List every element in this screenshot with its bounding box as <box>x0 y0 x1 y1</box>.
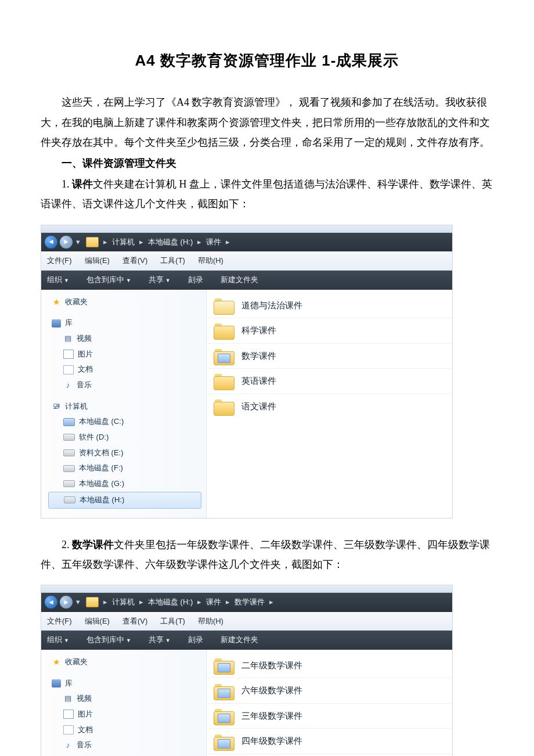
star-icon: ★ <box>52 658 61 666</box>
folder-item[interactable]: 语文课件 <box>207 394 452 419</box>
nav-videos[interactable]: ▤视频 <box>48 331 206 347</box>
nav-libraries[interactable]: 库 <box>48 676 206 692</box>
folder-item[interactable]: 三年级数学课件 <box>207 704 452 729</box>
chevron-right-icon: ▸ <box>269 595 273 610</box>
chevron-right-icon: ▸ <box>139 235 143 250</box>
chevron-down-icon: ▼ <box>64 278 69 283</box>
breadcrumb: ▸ 计算机 ▸ 本地磁盘 (H:) ▸ 课件 ▸ <box>86 235 233 250</box>
nav-pictures[interactable]: 图片 <box>48 347 206 362</box>
music-icon: ♪ <box>63 741 73 750</box>
folder-icon <box>214 373 233 389</box>
chevron-down-icon: ▼ <box>64 638 69 643</box>
include-in-library-button[interactable]: 包含到库中▼ <box>86 273 131 287</box>
music-icon: ♪ <box>63 381 73 389</box>
organize-button[interactable]: 组织▼ <box>47 273 69 287</box>
menu-file[interactable]: 文件(F) <box>47 614 72 629</box>
explorer-screenshot-2: ◄ ► ▾ ▸ 计算机 ▸ 本地磁盘 (H:) ▸ 课件 ▸ 数学课件 ▸ 文件… <box>41 585 453 756</box>
documents-icon <box>63 725 74 735</box>
command-bar: 组织▼ 包含到库中▼ 共享▼ 刻录 新建文件夹 <box>41 631 452 650</box>
back-button[interactable]: ◄ <box>45 596 57 609</box>
folder-item[interactable]: 数学课件 <box>207 344 452 369</box>
folder-list: 二年级数学课件 六年级数学课件 三年级数学课件 四年级数学课件 五年级数学课件 … <box>207 650 452 756</box>
folder-item[interactable]: 科学课件 <box>207 318 452 344</box>
chevron-right-icon: ▸ <box>197 595 201 610</box>
item-1-bold: 课件 <box>72 178 93 190</box>
nav-pictures[interactable]: 图片 <box>48 707 206 722</box>
folder-icon <box>214 733 233 750</box>
chevron-down-icon: ▼ <box>165 638 171 643</box>
nav-favorites[interactable]: ★收藏夹 <box>48 294 206 310</box>
new-folder-button[interactable]: 新建文件夹 <box>221 273 258 287</box>
menu-edit[interactable]: 编辑(E) <box>85 614 110 629</box>
folder-name: 三年级数学课件 <box>241 708 302 725</box>
navigation-pane: ★收藏夹 库 ▤视频 图片 文档 ♪音乐 🖳计算机 本地磁盘 (C:) 软件 (… <box>41 650 207 756</box>
nav-drive-e[interactable]: 资料文档 (E:) <box>48 445 206 461</box>
libraries-icon <box>52 679 61 687</box>
folder-item[interactable]: 六年级数学课件 <box>207 678 452 704</box>
new-folder-button[interactable]: 新建文件夹 <box>221 633 258 647</box>
nav-drive-d[interactable]: 软件 (D:) <box>48 430 206 445</box>
crumb-folder[interactable]: 课件 <box>206 235 221 250</box>
menu-edit[interactable]: 编辑(E) <box>85 254 110 268</box>
crumb-computer[interactable]: 计算机 <box>112 595 135 610</box>
history-dropdown-icon[interactable]: ▾ <box>76 235 80 250</box>
crumb-drive[interactable]: 本地磁盘 (H:) <box>148 235 193 250</box>
item-2-bold: 数学课件 <box>72 539 114 550</box>
nav-music[interactable]: ♪音乐 <box>48 377 206 393</box>
nav-libraries[interactable]: 库 <box>48 315 206 331</box>
crumb-drive[interactable]: 本地磁盘 (H:) <box>148 595 193 610</box>
folder-name: 英语课件 <box>241 373 276 390</box>
nav-drive-g[interactable]: 本地磁盘 (G:) <box>48 476 206 492</box>
video-icon: ▤ <box>63 695 73 703</box>
nav-favorites[interactable]: ★收藏夹 <box>48 654 206 670</box>
item-2: 2. 数学课件文件夹里包括一年级数学课件、二年级数学课件、三年级数学课件、四年级… <box>41 535 493 574</box>
folder-item[interactable]: 四年级数学课件 <box>207 729 452 754</box>
history-dropdown-icon[interactable]: ▾ <box>76 595 80 610</box>
menu-tools[interactable]: 工具(T) <box>160 614 185 629</box>
folder-item[interactable]: 道德与法治课件 <box>207 293 452 319</box>
menu-view[interactable]: 查看(V) <box>122 254 147 268</box>
crumb-folder-2[interactable]: 数学课件 <box>234 595 265 610</box>
item-1: 1. 课件文件夹建在计算机 H 盘上，课件文件里包括道德与法治课件、科学课件、数… <box>41 174 493 214</box>
folder-name: 科学课件 <box>241 322 276 339</box>
folder-name: 数学课件 <box>241 348 276 365</box>
address-bar: ◄ ► ▾ ▸ 计算机 ▸ 本地磁盘 (H:) ▸ 课件 ▸ 数学课件 ▸ <box>41 593 452 612</box>
menu-help[interactable]: 帮助(H) <box>198 614 223 629</box>
explorer-body: ★收藏夹 库 ▤视频 图片 文档 ♪音乐 🖳计算机 本地磁盘 (C:) 软件 (… <box>41 650 452 756</box>
crumb-folder-1[interactable]: 课件 <box>206 595 221 610</box>
forward-button[interactable]: ► <box>60 236 73 249</box>
include-in-library-button[interactable]: 包含到库中▼ <box>86 633 131 647</box>
menu-bar: 文件(F) 编辑(E) 查看(V) 工具(T) 帮助(H) <box>41 612 452 631</box>
folder-icon <box>214 657 233 674</box>
nav-documents[interactable]: 文档 <box>48 722 206 738</box>
nav-music[interactable]: ♪音乐 <box>48 737 206 753</box>
pictures-icon <box>63 350 74 359</box>
nav-drive-h[interactable]: 本地磁盘 (H:) <box>48 492 201 509</box>
forward-button[interactable]: ► <box>60 596 73 609</box>
drive-icon <box>63 480 75 487</box>
nav-videos[interactable]: ▤视频 <box>48 691 206 707</box>
intro-paragraph: 这些天，在网上学习了《A4 数字教育资源管理》， 观看了视频和参加了在线活动。我… <box>41 92 493 152</box>
nav-documents[interactable]: 文档 <box>48 362 206 377</box>
crumb-computer[interactable]: 计算机 <box>112 235 135 250</box>
nav-computer[interactable]: 🖳计算机 <box>48 399 206 415</box>
folder-icon <box>214 348 233 364</box>
back-button[interactable]: ◄ <box>45 236 57 249</box>
share-button[interactable]: 共享▼ <box>149 273 171 287</box>
menu-help[interactable]: 帮助(H) <box>198 254 223 268</box>
nav-drive-f[interactable]: 本地磁盘 (F:) <box>48 460 206 476</box>
folder-item[interactable]: 二年级数学课件 <box>207 653 452 679</box>
burn-button[interactable]: 刻录 <box>188 273 203 287</box>
folder-item[interactable]: 英语课件 <box>207 369 452 394</box>
organize-button[interactable]: 组织▼ <box>47 633 69 647</box>
section-1-heading: 一、课件资源管理文件夹 <box>41 153 493 173</box>
folder-name: 语文课件 <box>241 398 276 415</box>
menu-tools[interactable]: 工具(T) <box>160 254 185 268</box>
nav-drive-c[interactable]: 本地磁盘 (C:) <box>48 414 206 430</box>
menu-view[interactable]: 查看(V) <box>122 614 147 629</box>
folder-name: 四年级数学课件 <box>241 733 302 750</box>
menu-file[interactable]: 文件(F) <box>47 254 72 268</box>
share-button[interactable]: 共享▼ <box>149 633 171 647</box>
explorer-screenshot-1: ◄ ► ▾ ▸ 计算机 ▸ 本地磁盘 (H:) ▸ 课件 ▸ 文件(F) 编辑(… <box>41 225 453 519</box>
burn-button[interactable]: 刻录 <box>188 633 203 647</box>
